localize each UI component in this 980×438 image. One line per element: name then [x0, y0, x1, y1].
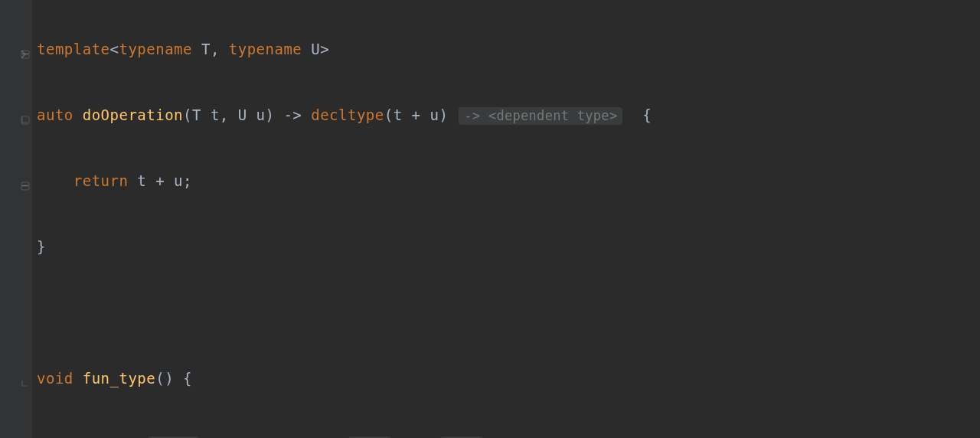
- punct: <: [110, 41, 119, 57]
- params: (T t, U u): [183, 106, 283, 123]
- inlay-hint-return-type: -> <dependent type>: [459, 107, 622, 125]
- punct: ,: [211, 41, 229, 57]
- code-line[interactable]: void fun_type() {: [37, 362, 652, 395]
- function-name: doOperation: [83, 106, 183, 123]
- code-line[interactable]: return t + u;: [37, 165, 652, 198]
- fold-toggle-icon[interactable]: [20, 49, 31, 60]
- keyword: decltype: [311, 106, 384, 123]
- expression: t + u;: [128, 172, 192, 189]
- code-line[interactable]: auto op : int = doOperation( t: 3, u: 0)…: [37, 428, 652, 438]
- rest: () {: [155, 370, 192, 387]
- identifier: T: [192, 41, 211, 57]
- code-line-blank[interactable]: [37, 296, 652, 329]
- keyword: void: [37, 370, 74, 387]
- code-line[interactable]: auto doOperation(T t, U u) -> decltype(t…: [37, 99, 652, 132]
- fold-end-icon[interactable]: [20, 378, 31, 389]
- keyword: typename: [229, 41, 302, 57]
- function-name: fun_type: [83, 370, 156, 387]
- punct: >: [320, 41, 329, 57]
- keyword: auto: [37, 106, 74, 123]
- fold-end-icon[interactable]: [20, 115, 31, 126]
- args: (t + u): [384, 106, 449, 123]
- arrow: ->: [283, 106, 311, 123]
- brace: {: [624, 106, 652, 123]
- code-line[interactable]: template<typename T, typename U>: [37, 33, 652, 66]
- code-content[interactable]: template<typename T, typename U> auto do…: [32, 0, 652, 438]
- keyword: template: [37, 41, 110, 57]
- fold-toggle-icon[interactable]: [20, 181, 31, 191]
- code-line[interactable]: }: [37, 230, 652, 263]
- identifier: U: [302, 41, 320, 57]
- editor-gutter[interactable]: [0, 0, 32, 438]
- brace: }: [37, 238, 46, 255]
- keyword: return: [74, 172, 129, 189]
- code-editor[interactable]: template<typename T, typename U> auto do…: [0, 0, 980, 438]
- keyword: typename: [119, 41, 192, 57]
